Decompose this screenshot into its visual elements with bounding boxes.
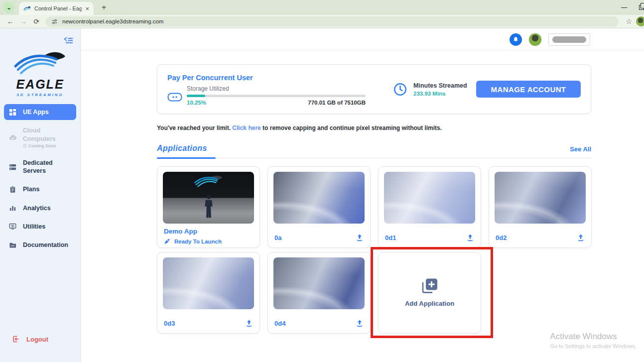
click-here-link[interactable]: Click here — [232, 124, 260, 131]
clipboard-icon — [9, 186, 16, 193]
app-card-0d1[interactable]: 0d1 — [378, 166, 481, 248]
upload-button[interactable] — [466, 234, 474, 241]
manage-account-button[interactable]: MANAGE ACCOUNT — [476, 81, 581, 98]
app-card-0d4[interactable]: 0d4 — [267, 252, 371, 334]
app-thumbnail — [273, 172, 365, 224]
add-application-card[interactable]: Add Application — [378, 252, 481, 334]
app-name: 0d1 — [385, 234, 396, 241]
browser-tab-strip: ⌄ Control Panel - Eagle × + — — [0, 0, 644, 15]
site-settings-icon — [51, 18, 58, 25]
upload-icon — [466, 234, 474, 241]
eagle-logo-icon — [11, 50, 69, 77]
app-card-0a[interactable]: 0a — [267, 166, 371, 248]
notice-suffix: to remove capping and continue pixel str… — [262, 124, 442, 131]
sidebar-item-dedicated-servers[interactable]: Dedicated Servers — [4, 155, 76, 179]
logout-icon — [12, 335, 20, 343]
storage-label: Storage Utilized — [187, 85, 366, 92]
utilities-monitor-icon — [9, 223, 16, 230]
bell-icon — [513, 36, 519, 43]
limit-notice: You've reached your limit. Click here to… — [157, 124, 591, 131]
window-controls: — — [621, 0, 644, 15]
app-name: 0a — [274, 234, 281, 241]
logout-button[interactable]: Logout — [0, 335, 80, 343]
upload-button[interactable] — [356, 234, 364, 241]
app-name: 0d4 — [274, 320, 285, 327]
app-card-0d3[interactable]: 0d3 — [157, 252, 260, 334]
billing-card: Pay Per Concurrent User Storage Utilized — [157, 64, 591, 114]
browser-tab[interactable]: Control Panel - Eagle × — [19, 2, 94, 15]
bookmark-star-icon[interactable]: ☆ — [626, 17, 632, 25]
upload-button[interactable] — [245, 319, 253, 327]
url-text: newcontrolpanel.eagle3dstreaming.com — [62, 18, 163, 24]
app-status: Ready To Launch — [164, 238, 253, 244]
browser-profile-avatar[interactable] — [636, 16, 644, 26]
storage-meter-icon — [167, 93, 182, 102]
sidebar-item-documentation[interactable]: Documentation — [4, 237, 76, 253]
app-card-demo[interactable]: Demo App Ready To Launch — [157, 166, 260, 248]
app-status-label: Ready To Launch — [174, 239, 222, 244]
upload-icon — [577, 234, 585, 241]
upload-icon — [356, 319, 364, 327]
storage-progress-fill — [187, 95, 205, 97]
plan-title: Pay Per Concurrent User — [167, 74, 366, 82]
watermark-line2: Go to Settings to activate Windows. — [550, 343, 637, 349]
topbar — [81, 28, 644, 51]
chevron-down-icon: ⌄ — [6, 4, 11, 11]
app-thumbnail — [163, 257, 254, 309]
upload-button[interactable] — [577, 234, 585, 241]
activate-windows-watermark: Activate Windows Go to Settings to activ… — [550, 332, 637, 349]
storage-section: Pay Per Concurrent User Storage Utilized — [167, 73, 366, 106]
sidebar-item-label: Analytics — [23, 204, 51, 212]
content: Pay Per Concurrent User Storage Utilized — [81, 51, 644, 334]
app-card-0d2[interactable]: 0d2 — [489, 166, 592, 248]
upload-button[interactable] — [356, 319, 364, 327]
back-icon[interactable]: ← — [4, 17, 17, 25]
upload-icon — [356, 234, 364, 241]
sidebar-item-label: Cloud Computers — [23, 127, 56, 142]
cloud-icon — [9, 134, 16, 141]
tab-title: Control Panel - Eagle — [34, 5, 82, 11]
reload-icon[interactable]: ⟳ — [30, 17, 43, 25]
restore-button[interactable] — [639, 5, 644, 10]
user-avatar[interactable] — [528, 33, 542, 46]
notifications-button[interactable] — [510, 33, 522, 46]
forward-icon[interactable]: → — [17, 17, 30, 25]
app-thumbnail — [163, 172, 254, 224]
logo-subtitle: 3D STREAMING — [11, 93, 69, 97]
sidebar-item-plans[interactable]: Plans — [4, 181, 76, 197]
new-tab-button[interactable]: + — [102, 3, 106, 12]
browser-address-bar: ← → ⟳ newcontrolpanel.eagle3dstreaming.c… — [0, 15, 644, 28]
sidebar-item-ue-apps[interactable]: UE Apps — [4, 104, 76, 120]
main-area: Pay Per Concurrent User Storage Utilized — [81, 28, 644, 362]
minutes-value: 233.93 Mins — [413, 91, 467, 97]
username-box[interactable] — [548, 33, 590, 46]
servers-icon — [9, 163, 16, 171]
storage-percent: 10.25% — [187, 100, 206, 106]
app-name: Demo App — [164, 228, 253, 235]
sidebar-item-label: Documentation — [23, 241, 68, 249]
url-input[interactable]: newcontrolpanel.eagle3dstreaming.com — [46, 16, 619, 27]
applications-header: Applications See All — [157, 144, 591, 158]
app-thumbnail — [495, 172, 586, 224]
watermark-line1: Activate Windows — [550, 332, 637, 342]
tab-close-icon[interactable]: × — [85, 5, 89, 12]
character-figure — [203, 194, 215, 219]
rocket-icon — [164, 238, 170, 244]
sidebar-item-utilities[interactable]: Utilities — [4, 219, 76, 235]
tab-search-button[interactable]: ⌄ — [3, 2, 14, 13]
sidebar-item-analytics[interactable]: Analytics — [4, 200, 76, 216]
app-thumbnail — [273, 257, 365, 309]
bar-chart-icon — [9, 204, 16, 212]
sidebar-collapse-button[interactable] — [64, 36, 73, 46]
coming-soon-badge: Coming Soon — [23, 143, 71, 148]
minimize-button[interactable]: — — [621, 4, 627, 11]
notice-prefix: You've reached your limit. — [157, 124, 231, 131]
collapse-sidebar-icon — [64, 36, 73, 44]
logout-label: Logout — [26, 336, 48, 343]
eagle-favicon-icon — [23, 5, 31, 12]
upload-icon — [245, 319, 253, 327]
add-application-label: Add Application — [405, 300, 454, 307]
sidebar-nav: UE Apps Cloud Computers Coming Soon — [0, 104, 80, 253]
see-all-link[interactable]: See All — [570, 145, 591, 153]
apps-grid-icon — [9, 109, 16, 116]
